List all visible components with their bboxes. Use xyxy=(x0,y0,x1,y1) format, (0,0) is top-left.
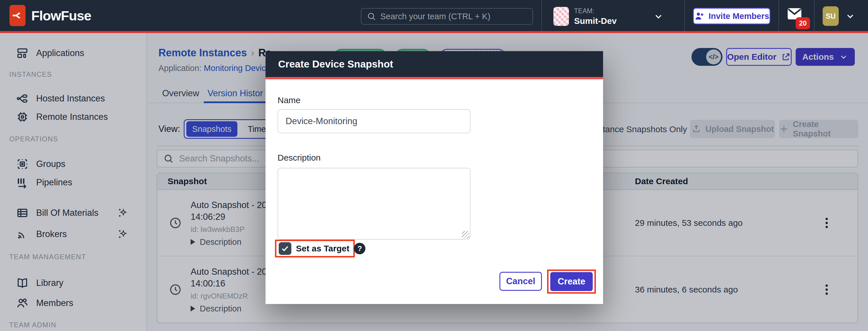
snapshot-name-input[interactable] xyxy=(278,109,470,133)
navbar-divider xyxy=(541,0,542,31)
notifications-button[interactable]: 20 xyxy=(787,7,810,28)
dialog-accent-bar xyxy=(266,77,603,79)
dialog-title: Create Device Snapshot xyxy=(278,58,393,70)
top-navbar: FlowFuse TEAM: Sumit-Dev Invite Memb xyxy=(0,0,868,33)
set-as-target-checkbox[interactable] xyxy=(279,242,291,255)
flowfuse-app-window: FlowFuse TEAM: Sumit-Dev Invite Memb xyxy=(0,0,868,331)
team-search-input[interactable] xyxy=(380,12,527,21)
description-label: Description xyxy=(278,153,321,163)
create-annotation-highlight: Create xyxy=(547,270,596,294)
chevron-down-icon[interactable] xyxy=(653,11,663,22)
cancel-button[interactable]: Cancel xyxy=(499,272,542,291)
team-label: TEAM: xyxy=(574,7,617,15)
dialog-body: Name Description Set as Target ? Cancel … xyxy=(266,79,603,304)
team-name: Sumit-Dev xyxy=(574,16,617,26)
set-as-target-annotation-highlight: Set as Target ? xyxy=(275,240,355,257)
navbar-divider xyxy=(814,0,815,31)
team-selector[interactable]: TEAM: Sumit-Dev xyxy=(553,7,663,26)
invite-members-button[interactable]: Invite Members xyxy=(693,8,770,24)
name-label: Name xyxy=(278,95,301,105)
user-avatar[interactable]: SU xyxy=(823,6,839,26)
dialog-header: Create Device Snapshot xyxy=(266,51,603,77)
navbar-divider xyxy=(684,0,685,31)
flowfuse-logo-icon xyxy=(9,5,26,26)
check-icon xyxy=(281,244,289,253)
invite-members-label: Invite Members xyxy=(708,11,769,21)
team-avatar xyxy=(553,7,569,26)
user-plus-icon xyxy=(694,11,704,21)
set-as-target-label: Set as Target xyxy=(296,244,349,253)
create-button[interactable]: Create xyxy=(550,272,593,291)
brand-name: FlowFuse xyxy=(31,8,91,24)
snapshot-description-textarea[interactable] xyxy=(278,168,470,240)
brand[interactable]: FlowFuse xyxy=(0,5,149,26)
team-search[interactable] xyxy=(361,8,533,25)
help-question-icon[interactable]: ? xyxy=(354,243,365,254)
search-icon xyxy=(367,11,376,21)
notification-count-badge: 20 xyxy=(796,17,810,29)
navbar-divider xyxy=(778,0,779,31)
create-device-snapshot-dialog: Create Device Snapshot Name Description … xyxy=(266,51,603,304)
user-menu-chevron-icon[interactable] xyxy=(845,11,856,21)
